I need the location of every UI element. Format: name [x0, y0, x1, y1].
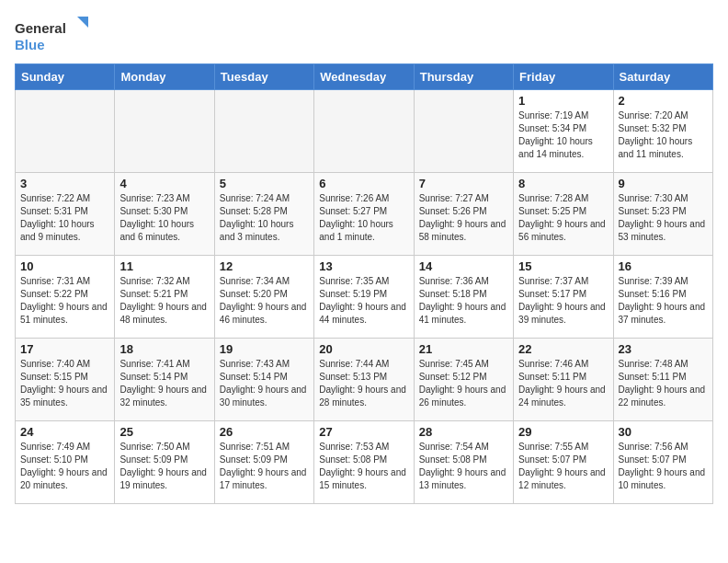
day-cell: 25Sunrise: 7:50 AM Sunset: 5:09 PM Dayli…: [115, 421, 214, 504]
day-number: 9: [619, 177, 708, 190]
day-number: 2: [619, 94, 708, 108]
day-number: 20: [319, 342, 408, 356]
day-detail: Sunrise: 7:19 AM Sunset: 5:34 PM Dayligh…: [518, 109, 608, 161]
day-detail: Sunrise: 7:54 AM Sunset: 5:08 PM Dayligh…: [419, 441, 508, 492]
day-detail: Sunrise: 7:26 AM Sunset: 5:27 PM Dayligh…: [319, 192, 408, 244]
col-header-saturday: Saturday: [613, 64, 712, 90]
calendar-table: SundayMondayTuesdayWednesdayThursdayFrid…: [15, 63, 713, 504]
day-cell: [16, 90, 115, 173]
day-number: 12: [220, 259, 309, 273]
day-detail: Sunrise: 7:50 AM Sunset: 5:09 PM Dayligh…: [119, 441, 209, 492]
day-cell: 27Sunrise: 7:53 AM Sunset: 5:08 PM Dayli…: [314, 421, 414, 504]
day-number: 17: [20, 342, 109, 356]
day-number: 28: [419, 425, 508, 439]
day-detail: Sunrise: 7:22 AM Sunset: 5:31 PM Dayligh…: [20, 192, 109, 244]
day-number: 10: [20, 259, 109, 273]
day-detail: Sunrise: 7:36 AM Sunset: 5:18 PM Dayligh…: [419, 275, 508, 327]
day-detail: Sunrise: 7:37 AM Sunset: 5:17 PM Dayligh…: [518, 275, 608, 327]
day-number: 21: [419, 342, 508, 356]
day-number: 6: [319, 177, 408, 190]
day-number: 14: [419, 259, 508, 273]
day-number: 22: [518, 342, 608, 356]
day-detail: Sunrise: 7:46 AM Sunset: 5:11 PM Dayligh…: [518, 358, 608, 409]
day-cell: 9Sunrise: 7:30 AM Sunset: 5:23 PM Daylig…: [613, 173, 712, 256]
col-header-tuesday: Tuesday: [214, 64, 313, 90]
day-cell: 17Sunrise: 7:40 AM Sunset: 5:15 PM Dayli…: [16, 339, 115, 421]
day-cell: 8Sunrise: 7:28 AM Sunset: 5:25 PM Daylig…: [514, 173, 613, 256]
day-cell: 18Sunrise: 7:41 AM Sunset: 5:14 PM Dayli…: [115, 339, 214, 421]
week-row-2: 3Sunrise: 7:22 AM Sunset: 5:31 PM Daylig…: [16, 173, 713, 256]
day-cell: 15Sunrise: 7:37 AM Sunset: 5:17 PM Dayli…: [514, 256, 613, 339]
day-cell: 30Sunrise: 7:56 AM Sunset: 5:07 PM Dayli…: [613, 421, 712, 504]
day-number: 7: [419, 177, 508, 190]
day-detail: Sunrise: 7:27 AM Sunset: 5:26 PM Dayligh…: [419, 192, 508, 244]
day-number: 1: [518, 94, 608, 108]
day-detail: Sunrise: 7:44 AM Sunset: 5:13 PM Dayligh…: [319, 358, 408, 409]
col-header-thursday: Thursday: [414, 64, 513, 90]
day-detail: Sunrise: 7:24 AM Sunset: 5:28 PM Dayligh…: [220, 192, 309, 244]
day-cell: 21Sunrise: 7:45 AM Sunset: 5:12 PM Dayli…: [414, 339, 513, 421]
day-cell: 7Sunrise: 7:27 AM Sunset: 5:26 PM Daylig…: [414, 173, 513, 256]
day-cell: 2Sunrise: 7:20 AM Sunset: 5:32 PM Daylig…: [613, 90, 712, 173]
day-number: 8: [518, 177, 608, 190]
day-cell: 20Sunrise: 7:44 AM Sunset: 5:13 PM Dayli…: [314, 339, 414, 421]
day-detail: Sunrise: 7:45 AM Sunset: 5:12 PM Dayligh…: [419, 358, 508, 409]
svg-marker-2: [77, 17, 88, 28]
logo-svg: General Blue: [15, 15, 88, 56]
day-detail: Sunrise: 7:48 AM Sunset: 5:11 PM Dayligh…: [619, 358, 708, 409]
day-cell: 12Sunrise: 7:34 AM Sunset: 5:20 PM Dayli…: [214, 256, 313, 339]
day-number: 24: [20, 425, 109, 439]
day-detail: Sunrise: 7:23 AM Sunset: 5:30 PM Dayligh…: [119, 192, 209, 244]
day-cell: 13Sunrise: 7:35 AM Sunset: 5:19 PM Dayli…: [314, 256, 414, 339]
day-detail: Sunrise: 7:56 AM Sunset: 5:07 PM Dayligh…: [619, 441, 708, 492]
day-cell: 3Sunrise: 7:22 AM Sunset: 5:31 PM Daylig…: [16, 173, 115, 256]
day-cell: 10Sunrise: 7:31 AM Sunset: 5:22 PM Dayli…: [16, 256, 115, 339]
day-detail: Sunrise: 7:34 AM Sunset: 5:20 PM Dayligh…: [220, 275, 309, 327]
day-detail: Sunrise: 7:55 AM Sunset: 5:07 PM Dayligh…: [518, 441, 608, 492]
day-cell: 29Sunrise: 7:55 AM Sunset: 5:07 PM Dayli…: [514, 421, 613, 504]
day-detail: Sunrise: 7:20 AM Sunset: 5:32 PM Dayligh…: [619, 109, 708, 161]
week-row-3: 10Sunrise: 7:31 AM Sunset: 5:22 PM Dayli…: [16, 256, 713, 339]
day-number: 23: [619, 342, 708, 356]
col-header-monday: Monday: [115, 64, 214, 90]
col-header-wednesday: Wednesday: [314, 64, 414, 90]
day-number: 19: [220, 342, 309, 356]
day-cell: 4Sunrise: 7:23 AM Sunset: 5:30 PM Daylig…: [115, 173, 214, 256]
day-cell: 28Sunrise: 7:54 AM Sunset: 5:08 PM Dayli…: [414, 421, 513, 504]
day-cell: 5Sunrise: 7:24 AM Sunset: 5:28 PM Daylig…: [214, 173, 313, 256]
svg-text:Blue: Blue: [15, 37, 45, 52]
day-detail: Sunrise: 7:32 AM Sunset: 5:21 PM Dayligh…: [119, 275, 209, 327]
day-number: 18: [119, 342, 209, 356]
day-number: 16: [619, 259, 708, 273]
day-detail: Sunrise: 7:51 AM Sunset: 5:09 PM Dayligh…: [220, 441, 309, 492]
day-number: 29: [518, 425, 608, 439]
day-number: 13: [319, 259, 408, 273]
col-header-sunday: Sunday: [16, 64, 115, 90]
day-cell: 1Sunrise: 7:19 AM Sunset: 5:34 PM Daylig…: [514, 90, 613, 173]
day-number: 4: [119, 177, 209, 190]
day-cell: 24Sunrise: 7:49 AM Sunset: 5:10 PM Dayli…: [16, 421, 115, 504]
day-number: 11: [119, 259, 209, 273]
day-cell: 11Sunrise: 7:32 AM Sunset: 5:21 PM Dayli…: [115, 256, 214, 339]
logo: General Blue: [15, 15, 88, 56]
day-cell: 6Sunrise: 7:26 AM Sunset: 5:27 PM Daylig…: [314, 173, 414, 256]
day-detail: Sunrise: 7:35 AM Sunset: 5:19 PM Dayligh…: [319, 275, 408, 327]
day-detail: Sunrise: 7:31 AM Sunset: 5:22 PM Dayligh…: [20, 275, 109, 327]
day-cell: [314, 90, 414, 173]
week-row-5: 24Sunrise: 7:49 AM Sunset: 5:10 PM Dayli…: [16, 421, 713, 504]
day-cell: [115, 90, 214, 173]
day-detail: Sunrise: 7:53 AM Sunset: 5:08 PM Dayligh…: [319, 441, 408, 492]
day-detail: Sunrise: 7:40 AM Sunset: 5:15 PM Dayligh…: [20, 358, 109, 409]
week-row-1: 1Sunrise: 7:19 AM Sunset: 5:34 PM Daylig…: [16, 90, 713, 173]
day-cell: 22Sunrise: 7:46 AM Sunset: 5:11 PM Dayli…: [514, 339, 613, 421]
day-number: 5: [220, 177, 309, 190]
day-detail: Sunrise: 7:43 AM Sunset: 5:14 PM Dayligh…: [220, 358, 309, 409]
day-detail: Sunrise: 7:28 AM Sunset: 5:25 PM Dayligh…: [518, 192, 608, 244]
day-number: 15: [518, 259, 608, 273]
day-cell: 14Sunrise: 7:36 AM Sunset: 5:18 PM Dayli…: [414, 256, 513, 339]
day-number: 30: [619, 425, 708, 439]
col-header-friday: Friday: [514, 64, 613, 90]
day-detail: Sunrise: 7:49 AM Sunset: 5:10 PM Dayligh…: [20, 441, 109, 492]
day-number: 3: [20, 177, 109, 190]
day-cell: [214, 90, 313, 173]
